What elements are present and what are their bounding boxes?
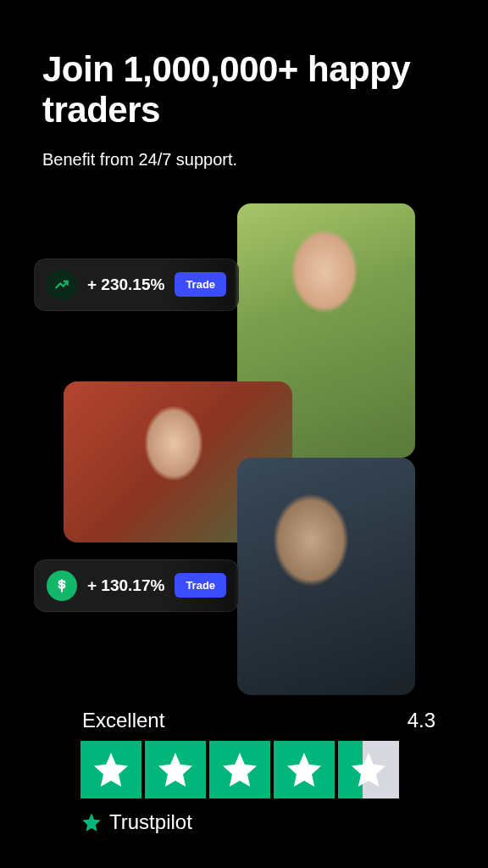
star-3-icon	[209, 741, 270, 798]
trustpilot-label: Excellent	[82, 709, 164, 732]
stat-pill-2: + 130.17% Trade	[34, 559, 239, 612]
page-subheading: Benefit from 24/7 support.	[0, 131, 488, 170]
trustpilot-widget: Excellent 4.3 Trustpilot	[80, 709, 437, 834]
trade-button-1[interactable]: Trade	[175, 272, 226, 297]
trustpilot-stars	[80, 741, 437, 798]
trustpilot-brand-text: Trustpilot	[109, 810, 192, 834]
star-4-icon	[274, 741, 335, 798]
stat-value-1: + 230.15%	[87, 275, 164, 294]
trade-button-2[interactable]: Trade	[175, 573, 226, 598]
star-5-icon	[338, 741, 399, 798]
page-heading: Join 1,000,000+ happy traders	[0, 0, 488, 131]
trustpilot-brand: Trustpilot	[80, 810, 437, 834]
stat-value-2: + 130.17%	[87, 576, 164, 595]
trustpilot-logo-icon	[80, 811, 103, 833]
trader-photo-3	[237, 458, 415, 695]
star-1-icon	[80, 741, 141, 798]
trend-up-icon	[47, 270, 77, 300]
star-2-icon	[145, 741, 206, 798]
dollar-icon	[47, 570, 77, 601]
trustpilot-score: 4.3	[408, 709, 435, 732]
photo-collage: + 230.15% Trade + 130.17% Trade	[0, 203, 488, 712]
stat-pill-1: + 230.15% Trade	[34, 259, 239, 311]
